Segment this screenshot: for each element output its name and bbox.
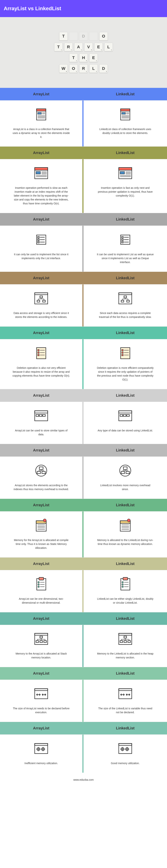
right-col: LinkedList can be either singly LinkedLi… [84,570,167,612]
svg-rect-157 [35,689,48,690]
svg-point-186 [126,748,129,751]
clipboard-icon [33,576,49,592]
row-7-header: ArrayList LinkedList [0,499,167,511]
svg-point-130 [122,584,123,585]
left-desc: Data access and storage is very efficien… [12,311,70,319]
browser-icon [117,165,134,182]
svg-rect-48 [40,296,42,298]
svg-point-124 [38,586,39,587]
svg-rect-9 [121,109,130,111]
left-col: Insertion operation performed is slow as… [0,159,84,213]
row-0-content: ArrayList is a class in a collection fra… [0,100,167,146]
right-desc: The size of the LinkedList is variable t… [97,707,154,714]
list-icon [117,231,134,248]
svg-rect-83 [119,411,132,421]
svg-rect-18 [36,172,40,174]
tree-icon [117,290,134,307]
svg-rect-26 [120,172,125,174]
svg-rect-119 [39,578,44,580]
svg-rect-57 [124,296,127,298]
svg-rect-56 [119,293,132,294]
row-11-header: ArrayList LinkedList [0,722,167,735]
right-header: LinkedList [84,88,167,100]
svg-rect-90 [37,471,40,473]
svg-rect-127 [123,578,128,580]
left-col: ArrayList can be one dimensional, two-di… [0,570,84,612]
right-col: Insertion operation is fast as only next… [84,159,167,213]
row-2-header: ArrayList LinkedList [0,213,167,225]
left-header: ArrayList [0,612,84,625]
left-header: ArrayList [0,558,84,570]
svg-rect-156 [35,689,48,699]
hero-image: TDO T1R1A1V4E1L1 T1H4E1 W4O1R1L1D2 [0,17,167,88]
row-1-header: ArrayList LinkedList [0,146,167,159]
right-header: LinkedList [84,147,167,159]
row-6-content: ArrayList stores the elements according … [0,457,167,499]
left-col: ArrayList is a class in a collection fra… [0,100,84,146]
svg-rect-79 [35,411,48,413]
svg-rect-99 [126,471,129,473]
calendar-icon [33,517,49,534]
svg-point-128 [122,582,123,583]
svg-rect-82 [43,414,45,416]
tree2-icon [33,630,49,647]
svg-point-187 [127,748,128,750]
row-3-content: Data access and storage is very efficien… [0,284,167,327]
left-header: ArrayList [0,722,84,735]
svg-rect-17 [35,167,48,170]
checklist-icon [117,345,134,362]
svg-rect-72 [122,349,123,351]
left-header: ArrayList [0,327,84,339]
left-header: ArrayList [0,147,84,159]
left-desc: Memory for the ArrayList is allocated at… [12,538,70,550]
svg-point-120 [38,582,39,583]
left-header: ArrayList [0,667,84,680]
svg-rect-148 [120,641,123,643]
svg-point-106 [43,519,46,522]
svg-point-172 [41,748,44,751]
right-col: Since each data access requires a comple… [84,284,167,327]
svg-rect-179 [119,744,132,745]
right-desc: Deletion operation is more efficient com… [97,366,154,382]
svg-rect-80 [36,414,39,416]
svg-rect-50 [43,300,45,302]
right-desc: Good memory utilization. [111,762,140,765]
left-desc: Insertion operation performed is slow as… [12,186,70,206]
right-col: LinkedList class of collection framework… [84,100,167,146]
svg-point-166 [37,748,40,751]
left-desc: The size of ArrayList needs to be declar… [12,707,70,714]
row-1-content: Insertion operation performed is slow as… [0,159,167,213]
right-col: Good memory utilization. [84,735,167,773]
left-col: The size of ArrayList needs to be declar… [0,680,84,722]
right-header: LinkedList [84,722,167,735]
window-icon [33,407,49,424]
svg-rect-165 [35,744,48,745]
svg-rect-1 [37,109,46,111]
left-desc: ArrayList is a class in a collection fra… [12,127,70,139]
left-header: ArrayList [0,88,84,100]
right-col: Any type of data can be stored using Lin… [84,402,167,444]
row-6-header: ArrayList LinkedList [0,444,167,457]
left-desc: Inefficient memory utilization. [25,762,58,765]
left-desc: ArrayList can be one dimensional, two-di… [12,597,70,605]
svg-point-122 [38,584,39,585]
svg-rect-2 [38,113,41,114]
row-5-content: ArrayList can be used to store similar t… [0,402,167,444]
circle-icon [117,462,134,479]
svg-rect-47 [35,293,48,294]
right-header: LinkedList [84,612,167,625]
row-9-content: Memory to the ArrayList is allocated at … [0,625,167,667]
left-col: Deletion operation is also not very effi… [0,339,84,389]
row-5-header: ArrayList LinkedList [0,389,167,402]
svg-rect-161 [119,689,132,690]
right-desc: Any type of data can be stored using Lin… [98,429,153,433]
svg-rect-91 [42,471,45,473]
row-8-content: ArrayList can be one dimensional, two-di… [0,570,167,612]
left-desc: ArrayList can be used to store similar t… [12,429,70,436]
row-10-content: The size of ArrayList needs to be declar… [0,680,167,722]
svg-rect-40 [122,237,123,238]
right-col: Memory is allocated to the LinkedList du… [84,512,167,557]
svg-rect-137 [36,641,39,643]
left-col: ArrayList can be used to store similar t… [0,402,84,444]
svg-rect-146 [119,633,132,635]
